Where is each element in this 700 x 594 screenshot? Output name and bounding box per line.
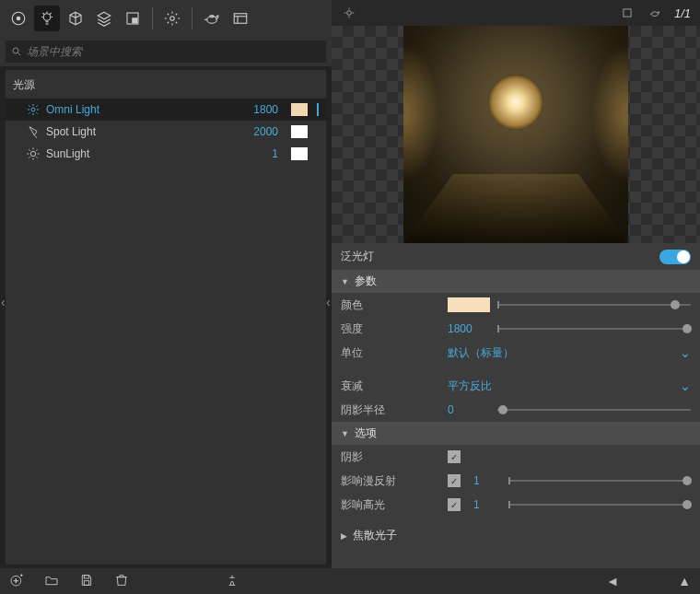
unit-dropdown[interactable]: 默认（标量） bbox=[448, 345, 672, 361]
light-item-sun[interactable]: SunLight 1 bbox=[6, 143, 326, 165]
trash-icon[interactable] bbox=[114, 573, 129, 590]
light-item-label: SunLight bbox=[46, 147, 236, 160]
section-caustics[interactable]: ▶ 焦散光子 bbox=[332, 524, 700, 547]
light-item-intensity: 1 bbox=[241, 147, 286, 160]
aspect-ratio[interactable]: 1/1 bbox=[674, 6, 691, 20]
specular-value[interactable]: 1 bbox=[468, 498, 501, 511]
color-slider[interactable] bbox=[497, 297, 691, 312]
color-swatch[interactable] bbox=[448, 297, 490, 312]
triangle-right-icon: ▶ bbox=[341, 531, 347, 541]
light-item-intensity: 2000 bbox=[241, 125, 286, 138]
light-type-header: 泛光灯 bbox=[332, 243, 700, 270]
shadow-radius-value[interactable]: 0 bbox=[448, 403, 490, 416]
light-item-spot[interactable]: Spot Light 2000 bbox=[6, 121, 326, 143]
chevron-down-icon: ⌄ bbox=[680, 379, 691, 393]
light-item-label: Omni Light bbox=[46, 103, 236, 116]
svg-point-45 bbox=[651, 12, 658, 17]
teapot-icon[interactable] bbox=[199, 6, 225, 31]
layers-icon[interactable] bbox=[91, 6, 117, 31]
triangle-down-icon: ▼ bbox=[341, 429, 349, 438]
intensity-slider[interactable] bbox=[497, 321, 691, 336]
specular-checkbox[interactable]: ✓ bbox=[448, 498, 461, 511]
save-icon[interactable] bbox=[79, 573, 94, 590]
diffuse-value[interactable]: 1 bbox=[468, 474, 501, 487]
svg-point-2 bbox=[43, 14, 51, 21]
svg-line-36 bbox=[36, 157, 37, 157]
svg-point-39 bbox=[347, 11, 352, 16]
svg-rect-50 bbox=[84, 580, 88, 585]
intensity-value[interactable]: 1800 bbox=[448, 322, 490, 335]
light-item-intensity: 1800 bbox=[241, 103, 286, 116]
section-params[interactable]: ▼ 参数 bbox=[332, 270, 700, 293]
light-type-label: 泛光灯 bbox=[341, 249, 659, 264]
svg-line-19 bbox=[18, 53, 21, 56]
footer-toolbar: ◄ ▲ bbox=[0, 568, 700, 594]
svg-rect-49 bbox=[84, 575, 88, 577]
light-item-swatch[interactable] bbox=[291, 125, 308, 138]
svg-point-20 bbox=[31, 108, 35, 111]
viewport-header: 1/1 bbox=[332, 0, 700, 26]
collapse-left-icon[interactable]: ‹ bbox=[1, 295, 6, 309]
row-diffuse: 影响漫反射 ✓ 1 bbox=[332, 469, 700, 493]
light-item-swatch[interactable] bbox=[291, 147, 308, 160]
nav-back-icon[interactable]: ◄ bbox=[606, 574, 619, 588]
row-unit[interactable]: 单位 默认（标量） ⌄ bbox=[332, 341, 700, 365]
probe-icon[interactable] bbox=[225, 573, 239, 590]
layout-icon[interactable] bbox=[228, 6, 253, 31]
collapse-right-icon[interactable]: ‹ bbox=[326, 295, 331, 309]
svg-rect-44 bbox=[624, 9, 631, 17]
diffuse-slider[interactable] bbox=[508, 473, 691, 488]
svg-point-30 bbox=[30, 151, 35, 156]
svg-line-7 bbox=[50, 13, 52, 15]
svg-rect-15 bbox=[234, 14, 247, 24]
light-category-icon[interactable] bbox=[34, 6, 60, 31]
svg-line-37 bbox=[29, 157, 29, 157]
scene-tree-header: 光源 bbox=[6, 72, 326, 99]
diffuse-checkbox[interactable]: ✓ bbox=[448, 474, 461, 487]
sun-light-icon bbox=[26, 146, 41, 161]
svg-line-25 bbox=[29, 105, 29, 106]
falloff-dropdown[interactable]: 平方反比 bbox=[448, 379, 672, 394]
world-icon[interactable] bbox=[6, 6, 31, 31]
search-input[interactable] bbox=[27, 45, 321, 58]
gear-icon[interactable] bbox=[159, 6, 185, 31]
light-item-omni[interactable]: Omni Light 1800 bbox=[6, 99, 326, 121]
svg-line-38 bbox=[36, 149, 37, 150]
search-field[interactable] bbox=[6, 41, 326, 63]
row-intensity: 强度 1800 bbox=[332, 317, 700, 341]
left-toolbar bbox=[0, 0, 332, 37]
row-falloff[interactable]: 衰减 平方反比 ⌄ bbox=[332, 374, 700, 398]
shadow-checkbox[interactable]: ✓ bbox=[448, 450, 461, 463]
row-specular: 影响高光 ✓ 1 bbox=[332, 493, 700, 517]
omni-light-icon bbox=[26, 102, 41, 117]
new-icon[interactable] bbox=[9, 573, 24, 590]
teapot-small-icon[interactable] bbox=[647, 5, 663, 21]
shadow-radius-slider[interactable] bbox=[497, 402, 691, 417]
svg-line-29 bbox=[34, 135, 37, 138]
frame-icon[interactable] bbox=[120, 6, 146, 31]
svg-line-26 bbox=[36, 112, 37, 113]
row-color: 颜色 bbox=[332, 293, 700, 317]
scene-tree: 光源 Omni Light 1800 Spot Light 2000 SunLi… bbox=[6, 70, 326, 565]
square-icon[interactable] bbox=[619, 5, 636, 21]
omni-indicator-icon[interactable] bbox=[341, 5, 357, 21]
nav-up-icon[interactable]: ▲ bbox=[678, 574, 691, 588]
svg-line-27 bbox=[29, 112, 29, 113]
light-enable-toggle[interactable] bbox=[659, 250, 691, 264]
spot-light-icon bbox=[26, 124, 41, 139]
row-shadow: 阴影 ✓ bbox=[332, 445, 700, 469]
svg-point-12 bbox=[170, 17, 175, 21]
cube-icon[interactable] bbox=[63, 6, 88, 31]
svg-line-6 bbox=[43, 13, 45, 15]
chevron-down-icon: ⌄ bbox=[680, 345, 691, 360]
selection-marker bbox=[317, 103, 319, 116]
light-item-swatch[interactable] bbox=[291, 103, 308, 116]
svg-point-1 bbox=[17, 17, 21, 21]
row-shadow-radius: 阴影半径 0 bbox=[332, 398, 700, 422]
svg-line-28 bbox=[36, 105, 37, 106]
section-options[interactable]: ▼ 选项 bbox=[332, 422, 700, 445]
folder-icon[interactable] bbox=[44, 573, 59, 590]
viewport-preview[interactable] bbox=[332, 26, 700, 243]
svg-line-35 bbox=[29, 149, 29, 150]
specular-slider[interactable] bbox=[508, 497, 691, 512]
